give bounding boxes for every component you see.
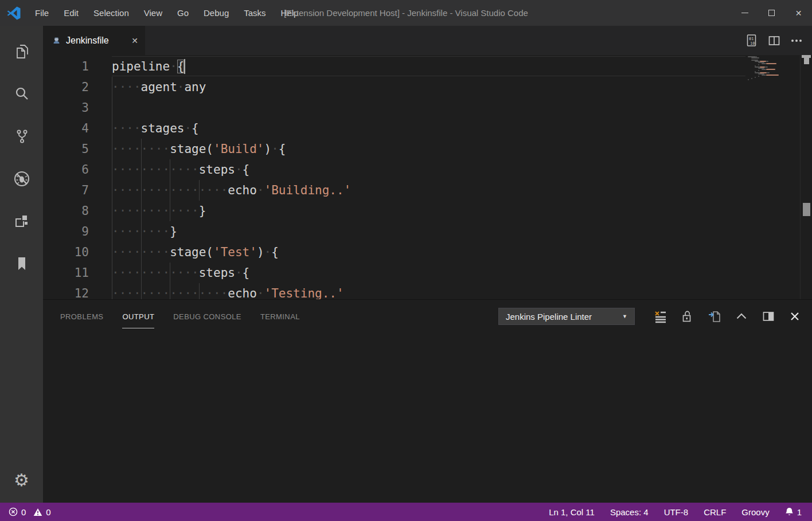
- panel-tab-problems[interactable]: PROBLEMS: [60, 309, 103, 324]
- clear-output-icon[interactable]: [654, 310, 667, 323]
- bottom-panel: PROBLEMSOUTPUTDEBUG CONSOLETERMINAL Jenk…: [43, 299, 812, 503]
- indent-guide: [199, 180, 200, 201]
- scrollbar-overview-ruler[interactable]: [800, 55, 812, 299]
- menu-go[interactable]: Go: [170, 0, 196, 26]
- line-content: ············}: [112, 201, 206, 221]
- indent-guide: [199, 283, 200, 299]
- code-line-8[interactable]: 8············}: [43, 201, 812, 221]
- indent-guide: [112, 77, 112, 97]
- bell-icon: [785, 507, 794, 516]
- status-language-mode[interactable]: Groovy: [741, 507, 769, 517]
- code-line-2[interactable]: 2····agent·any: [43, 77, 812, 97]
- panel-tab-output[interactable]: OUTPUT: [122, 309, 154, 324]
- indent-guide: [141, 159, 142, 180]
- more-actions-icon[interactable]: [790, 34, 803, 47]
- menu-selection[interactable]: Selection: [86, 0, 136, 26]
- tab-jenkinsfile[interactable]: Jenkinsfile ✕: [43, 26, 145, 55]
- code-line-5[interactable]: 5········stage('Build')·{: [43, 139, 812, 159]
- indent-guide: [112, 242, 112, 263]
- code-line-6[interactable]: 6············steps·{: [43, 159, 812, 180]
- ruler-slider[interactable]: [804, 58, 809, 64]
- line-content: ····stages·{: [112, 118, 199, 139]
- output-channel-select[interactable]: Jenkins Pipeline Linter ▼: [498, 308, 635, 325]
- settings-gear-icon[interactable]: ⚙: [0, 457, 43, 503]
- line-number: 6: [43, 159, 89, 180]
- unlock-icon[interactable]: [681, 310, 694, 323]
- line-number: 11: [43, 263, 89, 283]
- indent-guide: [141, 180, 142, 201]
- menu-edit[interactable]: Edit: [56, 0, 86, 26]
- close-panel-icon[interactable]: [788, 310, 801, 323]
- output-panel-content[interactable]: [43, 333, 812, 503]
- status-encoding[interactable]: UTF-8: [664, 507, 689, 517]
- line-content: ········stage('Test')·{: [112, 242, 279, 263]
- tab-close-icon[interactable]: ✕: [131, 36, 138, 45]
- ruler-decoration-marker: [803, 203, 810, 216]
- indent-guide: [112, 97, 112, 118]
- minimize-icon[interactable]: [731, 0, 758, 26]
- editor-group: Jenkinsfile ✕ 01 10: [43, 26, 812, 503]
- tab-bar: Jenkinsfile ✕ 01 10: [43, 26, 812, 55]
- line-number: 10: [43, 242, 89, 263]
- search-icon[interactable]: [0, 73, 43, 115]
- panel-tab-debug-console[interactable]: DEBUG CONSOLE: [173, 309, 241, 324]
- code-line-4[interactable]: 4····stages·{: [43, 118, 812, 139]
- indent-guide: [112, 159, 112, 180]
- indent-guide: [112, 263, 112, 283]
- line-number: 2: [43, 77, 89, 97]
- menu-tasks[interactable]: Tasks: [236, 0, 273, 26]
- indent-guide: [170, 283, 170, 299]
- indent-guide: [170, 180, 170, 201]
- code-line-3[interactable]: 3: [43, 97, 812, 118]
- validate-jenkinsfile-icon[interactable]: 01 10: [745, 34, 758, 47]
- status-eol[interactable]: CRLF: [704, 507, 726, 517]
- source-control-icon[interactable]: [0, 115, 43, 158]
- code-line-12[interactable]: 12················echo·'Testing..': [43, 283, 812, 299]
- svg-text:01: 01: [749, 37, 754, 41]
- maximize-icon[interactable]: [758, 0, 785, 26]
- menu-debug[interactable]: Debug: [196, 0, 236, 26]
- line-number: 9: [43, 221, 89, 242]
- status-warnings[interactable]: 0: [33, 507, 50, 517]
- status-notifications[interactable]: 1: [785, 507, 802, 517]
- line-content: ····agent·any: [112, 77, 206, 97]
- code-line-9[interactable]: 9········}: [43, 221, 812, 242]
- indent-guide: [112, 283, 112, 299]
- code-line-11[interactable]: 11············steps·{: [43, 263, 812, 283]
- line-content: ················echo·'Testing..': [112, 283, 344, 299]
- close-icon[interactable]: ✕: [785, 0, 812, 26]
- indent-guide: [141, 201, 142, 221]
- code-line-10[interactable]: 10········stage('Test')·{: [43, 242, 812, 263]
- indent-guide: [112, 118, 112, 139]
- extensions-icon[interactable]: [0, 200, 43, 242]
- line-number: 3: [43, 97, 89, 118]
- code-editor[interactable]: 1pipeline·{2····agent·any34····stages·{5…: [43, 55, 812, 299]
- bookmarks-icon[interactable]: [0, 242, 43, 285]
- panel-actions: Jenkins Pipeline Linter ▼: [498, 308, 812, 325]
- code-line-7[interactable]: 7················echo·'Building..': [43, 180, 812, 201]
- menu-file[interactable]: File: [28, 0, 56, 26]
- tab-label: Jenkinsfile: [66, 36, 109, 46]
- line-number: 7: [43, 180, 89, 201]
- status-errors[interactable]: 0: [9, 507, 26, 517]
- debug-disabled-icon[interactable]: [0, 158, 43, 200]
- minimap[interactable]: [745, 55, 800, 299]
- menu-view[interactable]: View: [136, 0, 170, 26]
- explorer-icon[interactable]: [0, 30, 43, 73]
- status-indentation[interactable]: Spaces: 4: [610, 507, 649, 517]
- restore-panel-icon[interactable]: [762, 310, 775, 323]
- maximize-panel-icon[interactable]: [735, 310, 748, 323]
- status-bar: 0 0 Ln 1, Col 11 Spaces: 4 UTF-8 CRLF Gr…: [0, 503, 812, 521]
- minimap-token: [748, 79, 749, 80]
- panel-tab-terminal[interactable]: TERMINAL: [260, 309, 300, 324]
- notification-count: 1: [797, 507, 802, 517]
- indent-guide: [141, 242, 142, 263]
- code-line-1[interactable]: 1pipeline·{: [43, 56, 812, 77]
- indent-guide: [112, 221, 112, 242]
- chevron-down-icon: ▼: [622, 314, 627, 319]
- open-log-file-icon[interactable]: [708, 310, 721, 323]
- line-content: ············steps·{: [112, 159, 249, 180]
- status-cursor-position[interactable]: Ln 1, Col 11: [549, 507, 595, 517]
- indent-guide: [141, 283, 142, 299]
- split-editor-icon[interactable]: [767, 34, 781, 48]
